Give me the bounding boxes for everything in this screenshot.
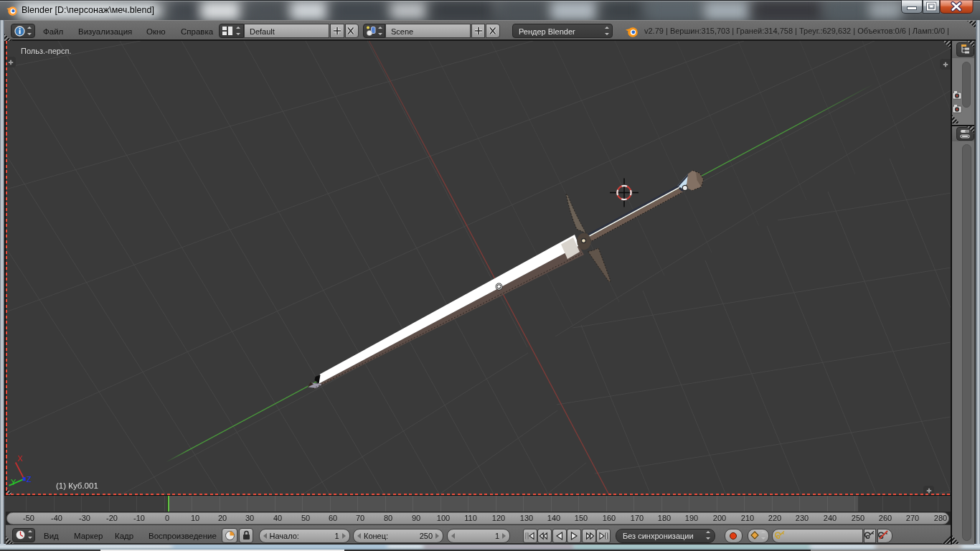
svg-text:Y: Y bbox=[11, 478, 17, 486]
svg-text:X: X bbox=[17, 454, 23, 463]
svg-text:Z: Z bbox=[27, 475, 32, 484]
